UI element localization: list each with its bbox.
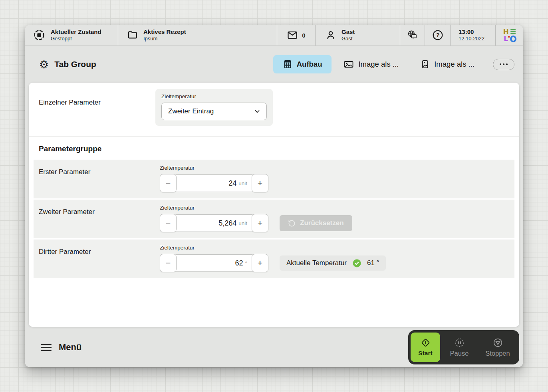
pause-label: Pause	[450, 350, 469, 357]
svg-text:?: ?	[436, 32, 439, 38]
reset-button[interactable]: Zurücksetzen	[280, 215, 352, 231]
value-input[interactable]: 5,264 unit	[173, 214, 255, 232]
more-tabs-button[interactable]	[493, 59, 514, 70]
value-stepper: − 5,264 unit +	[160, 214, 268, 232]
single-parameter-label: Einzelner Parameter	[39, 89, 155, 107]
value-input[interactable]: 62 °	[173, 254, 255, 272]
user-button[interactable]: Gast Gast	[316, 25, 400, 46]
increment-button[interactable]: +	[252, 214, 268, 232]
dropdown-field-label: Zieltemperatur	[161, 93, 267, 99]
stop-button[interactable]: Stoppen	[479, 333, 517, 362]
app-window: Aktueller Zustand Gestoppt Aktives Rezep…	[25, 25, 523, 367]
field-label: Zieltemperatur	[160, 165, 268, 171]
status-value: 61 °	[367, 259, 379, 267]
value-stepper: − 24 unit +	[160, 174, 268, 192]
gear-icon: ⚙	[39, 59, 49, 70]
dropdown-card: Zieltemperatur Zweiter Eintrag	[155, 89, 273, 126]
divider	[29, 136, 519, 137]
pause-button[interactable]: Pause	[440, 333, 479, 362]
menu-label: Menü	[59, 342, 81, 352]
menu-button[interactable]: Menü	[41, 342, 81, 352]
mail-icon	[287, 30, 298, 41]
parameter-name: Zweiter Parameter	[39, 205, 160, 232]
recipe-title: Aktives Rezept	[143, 28, 186, 36]
parameter-rows: Erster Parameter Zieltemperatur − 24 uni…	[34, 160, 514, 278]
value-text: 5,264	[218, 219, 236, 228]
tab-group-bar: ⚙ Tab Group Aufbau	[25, 46, 523, 83]
parameter-name: Erster Parameter	[39, 165, 160, 192]
parameter-group-heading: Parametergruppe	[39, 145, 519, 153]
reset-label: Zurücksetzen	[300, 219, 344, 227]
parameter-row-2: Zweiter Parameter Zieltemperatur − 5,264…	[34, 200, 514, 238]
language-button[interactable]	[400, 25, 425, 46]
state-value: Gestoppt	[51, 36, 101, 42]
clock-section: 13:00 12.10.2022	[451, 25, 496, 46]
increment-button[interactable]: +	[252, 174, 268, 192]
mail-count: 0	[302, 32, 305, 39]
tab-image-1[interactable]: Image als ...	[334, 55, 408, 73]
unit-text: unit	[238, 180, 247, 186]
parameter-name: Dirtter Parameter	[39, 245, 160, 272]
rotate-ccw-icon	[288, 220, 296, 227]
content-panel: Einzelner Parameter Zieltemperatur Zweit…	[29, 83, 519, 327]
unit-text: °	[245, 260, 247, 266]
user-name: Gast	[342, 28, 355, 36]
value-text: 62	[235, 259, 243, 267]
decrement-button[interactable]: −	[160, 174, 177, 192]
chevron-down-icon	[253, 107, 261, 115]
brand-logo: H L	[496, 25, 523, 46]
helio-logo-icon: H L	[503, 28, 516, 42]
stop-label: Stoppen	[485, 350, 510, 357]
decrement-button[interactable]: −	[160, 214, 177, 232]
stop-icon	[493, 338, 503, 348]
user-icon	[325, 30, 336, 41]
recipe-value: Ipsum	[143, 36, 186, 42]
parameter-row-1: Erster Parameter Zieltemperatur − 24 uni…	[34, 160, 514, 198]
start-button[interactable]: Start	[411, 333, 440, 362]
increment-button[interactable]: +	[252, 254, 268, 272]
parameter-row-3: Dirtter Parameter Zieltemperatur − 62 ° …	[34, 240, 514, 278]
tab-aufbau[interactable]: Aufbau	[273, 55, 332, 73]
clock-date: 12.10.2022	[459, 36, 484, 42]
bottombar: Menü Start Pause	[25, 327, 523, 367]
single-parameter-row: Einzelner Parameter Zieltemperatur Zweit…	[29, 83, 519, 131]
tab-image-2[interactable]: Image als ...	[411, 55, 484, 73]
table-document-icon	[283, 59, 292, 69]
tab-group-title: Tab Group	[54, 59, 96, 69]
current-state-section: Aktueller Zustand Gestoppt	[25, 25, 118, 46]
unit-text: unit	[238, 220, 247, 226]
help-icon: ?	[432, 29, 444, 41]
image-landscape-icon	[343, 59, 354, 69]
user-role: Gast	[342, 36, 355, 42]
topbar: Aktueller Zustand Gestoppt Aktives Rezep…	[25, 25, 523, 46]
hamburger-icon	[41, 344, 52, 351]
image-portrait-icon	[420, 59, 430, 69]
value-input[interactable]: 24 unit	[173, 174, 255, 192]
field-label: Zieltemperatur	[160, 205, 352, 211]
folder-icon	[127, 30, 138, 41]
help-button[interactable]: ?	[425, 25, 451, 46]
state-title: Aktueller Zustand	[51, 28, 101, 36]
value-text: 24	[228, 179, 236, 188]
select-value: Zweiter Eintrag	[168, 107, 214, 115]
decrement-button[interactable]: −	[160, 254, 177, 272]
pause-icon	[455, 338, 465, 348]
clock-time: 13:00	[459, 28, 484, 36]
active-recipe-section: Aktives Rezept Ipsum	[118, 25, 277, 46]
stopped-state-icon	[33, 29, 46, 42]
messages-button[interactable]: 0	[277, 25, 316, 46]
machine-action-bar: Start Pause Stoppen	[408, 330, 519, 364]
globe-chat-icon	[406, 29, 419, 41]
status-label: Aktuelle Temperatur	[286, 259, 347, 267]
start-icon	[421, 338, 431, 348]
tabs: Aufbau Image als ...	[273, 55, 514, 73]
tab-label: Image als ...	[434, 60, 475, 69]
current-temperature-badge: Aktuelle Temperatur 61 °	[280, 255, 386, 271]
tab-label: Image als ...	[358, 60, 399, 69]
tab-label: Aufbau	[297, 60, 322, 69]
field-label: Zieltemperatur	[160, 245, 386, 251]
start-label: Start	[418, 350, 432, 357]
target-temperature-select[interactable]: Zweiter Eintrag	[161, 103, 267, 120]
check-circle-icon	[352, 259, 361, 268]
tab-group-title-block: ⚙ Tab Group	[39, 59, 96, 70]
